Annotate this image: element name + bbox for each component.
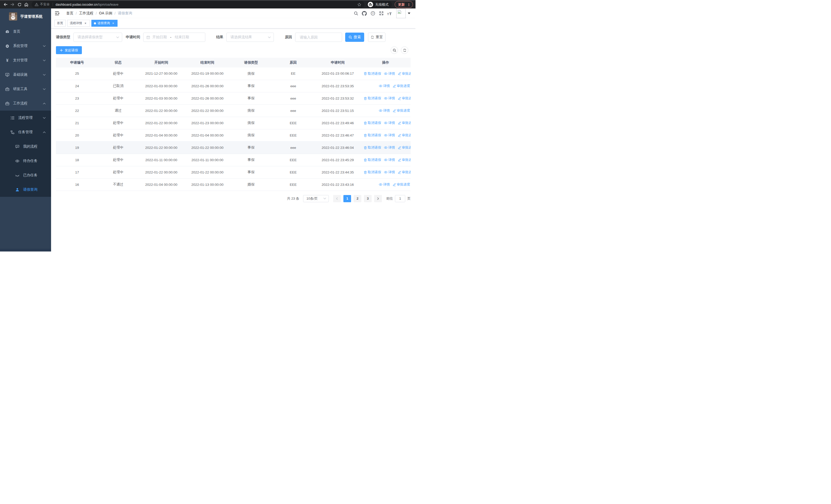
- action-label: 详情: [388, 96, 395, 100]
- breadcrumb-item[interactable]: OA 示例: [99, 11, 112, 16]
- help-icon[interactable]: ?: [369, 10, 377, 17]
- github-icon[interactable]: [360, 10, 369, 17]
- cell-reason: EE: [271, 67, 315, 80]
- progress-action-link[interactable]: 审批进度: [398, 145, 411, 150]
- sidebar-item[interactable]: 已办任务: [0, 168, 51, 182]
- action-label: 取消请假: [368, 170, 381, 175]
- cell-id: 22: [56, 105, 98, 117]
- sidebar-item[interactable]: 系统管理: [0, 39, 51, 53]
- detail-action-link[interactable]: 详情: [384, 133, 395, 138]
- cancel-action-link[interactable]: 取消请假: [364, 157, 381, 162]
- tab-首页[interactable]: 首页: [54, 20, 66, 27]
- cancel-action-link[interactable]: 取消请假: [364, 71, 381, 76]
- forward-icon[interactable]: [9, 1, 16, 8]
- detail-action-link[interactable]: 详情: [384, 71, 395, 76]
- cancel-action-link[interactable]: 取消请假: [364, 145, 381, 150]
- detail-action-link[interactable]: 详情: [384, 157, 395, 162]
- search-button[interactable]: 搜索: [345, 33, 364, 42]
- tab-请假查询[interactable]: 请假查询×: [91, 20, 118, 27]
- page-size-select[interactable]: 10条/页: [303, 195, 329, 202]
- progress-action-link[interactable]: 审批进度: [398, 121, 411, 125]
- sidebar-collapse-icon[interactable]: [54, 11, 60, 16]
- reset-button[interactable]: 重置: [368, 33, 385, 42]
- edit-icon: [393, 183, 396, 186]
- range-separator: -: [170, 35, 171, 39]
- progress-action-link[interactable]: 审批进度: [398, 133, 411, 138]
- detail-action-link[interactable]: 详情: [384, 145, 395, 150]
- sidebar-item[interactable]: ¥支付管理: [0, 53, 51, 67]
- tab-流程详情[interactable]: 流程详情×: [67, 20, 90, 27]
- action-label: 取消请假: [368, 157, 381, 162]
- apply-time-range-picker[interactable]: 开始日期 - 结束日期: [143, 33, 205, 42]
- progress-action-link[interactable]: 审批进度: [398, 157, 411, 162]
- result-select[interactable]: 请选择流结果: [226, 33, 274, 42]
- cell-type: 事假: [230, 154, 271, 166]
- prev-page-button[interactable]: [333, 195, 341, 202]
- cancel-action-link[interactable]: 取消请假: [364, 170, 381, 175]
- detail-action-link[interactable]: 详情: [379, 108, 390, 113]
- toolbox-icon: [5, 87, 9, 91]
- detail-action-link[interactable]: 详情: [384, 96, 395, 100]
- sidebar-item[interactable]: 流程管理: [0, 111, 51, 125]
- sidebar-item[interactable]: 我的流程: [0, 139, 51, 154]
- action-label: 详情: [388, 145, 395, 150]
- fullscreen-icon[interactable]: [377, 10, 385, 17]
- cell-id: 18: [56, 154, 98, 166]
- dashboard-icon: [5, 30, 9, 34]
- browser-menu-icon[interactable]: ⋮: [407, 3, 411, 7]
- action-label: 详情: [388, 170, 395, 175]
- search-icon[interactable]: [352, 10, 360, 17]
- reason-field-wrap: [295, 33, 342, 42]
- detail-action-link[interactable]: 详情: [384, 121, 395, 125]
- avatar[interactable]: [396, 9, 406, 18]
- progress-action-link[interactable]: 审批进度: [393, 84, 410, 88]
- page-button-1[interactable]: 1: [343, 195, 351, 202]
- leave-type-select[interactable]: 请选择请假类型: [74, 33, 122, 42]
- detail-action-link[interactable]: 详情: [379, 84, 390, 88]
- cell-id: 20: [56, 129, 98, 141]
- reload-icon[interactable]: [16, 1, 23, 8]
- detail-action-link[interactable]: 详情: [384, 170, 395, 175]
- detail-action-link[interactable]: 详情: [379, 182, 390, 187]
- cell-start: 2022-01-22 00:00:00: [138, 105, 184, 117]
- sidebar-item[interactable]: 首页: [0, 24, 51, 39]
- progress-action-link[interactable]: 审批进度: [398, 96, 411, 100]
- home-icon[interactable]: [23, 1, 30, 8]
- page-button-3[interactable]: 3: [364, 195, 372, 202]
- cancel-action-link[interactable]: 取消请假: [364, 96, 381, 100]
- page-button-2[interactable]: 2: [354, 195, 361, 202]
- bookmark-star-icon[interactable]: [357, 3, 361, 7]
- progress-action-link[interactable]: 审批进度: [393, 108, 410, 113]
- reason-input[interactable]: [299, 35, 338, 39]
- show-search-toggle-button[interactable]: [391, 47, 398, 54]
- breadcrumb-item[interactable]: 工作流程: [79, 11, 93, 16]
- caret-down-icon[interactable]: [408, 12, 410, 14]
- edit-icon: [398, 171, 401, 174]
- close-icon[interactable]: ×: [111, 22, 115, 25]
- cancel-action-link[interactable]: 取消请假: [364, 133, 381, 138]
- font-size-icon[interactable]: TT: [385, 10, 394, 17]
- sidebar-item[interactable]: 待办任务: [0, 154, 51, 168]
- create-leave-button[interactable]: 发起请假: [56, 46, 82, 54]
- sidebar-item[interactable]: 任务管理: [0, 125, 51, 139]
- update-button[interactable]: 更新 ⋮: [395, 1, 413, 8]
- sidebar-logo[interactable]: 芋道管理系统: [0, 8, 51, 24]
- cancel-action-link[interactable]: 取消请假: [364, 121, 381, 125]
- sidebar-item[interactable]: 基础设施: [0, 67, 51, 82]
- refresh-table-button[interactable]: [401, 47, 408, 54]
- next-page-button[interactable]: [374, 195, 382, 202]
- close-icon[interactable]: ×: [84, 22, 87, 25]
- progress-action-link[interactable]: 审批进度: [398, 170, 411, 175]
- sidebar-item[interactable]: 工作流程: [0, 96, 51, 111]
- breadcrumb-item[interactable]: 首页: [66, 11, 74, 16]
- plus-icon: [60, 49, 63, 52]
- sidebar-item[interactable]: 请假查询: [0, 182, 51, 197]
- progress-action-link[interactable]: 审批进度: [393, 182, 410, 187]
- table-toolbar: 发起请假: [56, 46, 411, 54]
- sidebar-item[interactable]: 研发工具: [0, 82, 51, 96]
- address-bar[interactable]: 不安全 dashboard.yudao.iocoder.cn /bpm/oa/l…: [32, 1, 365, 8]
- progress-action-link[interactable]: 审批进度: [398, 71, 411, 76]
- eye-icon: [384, 72, 388, 76]
- back-icon[interactable]: [2, 1, 9, 8]
- goto-page-input[interactable]: [395, 195, 405, 202]
